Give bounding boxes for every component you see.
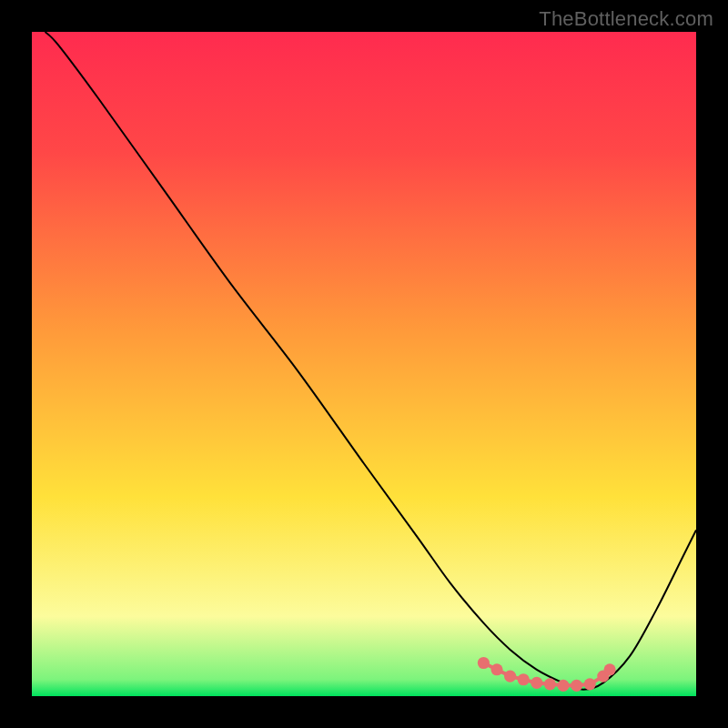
curve-layer <box>32 32 696 696</box>
marker-dot <box>571 680 582 692</box>
marker-dot <box>478 657 490 669</box>
plot-area <box>32 32 696 696</box>
marker-dot <box>604 663 616 675</box>
bottleneck-curve <box>46 32 696 690</box>
marker-dot <box>584 678 596 690</box>
chart-frame: TheBottleneck.com <box>0 0 728 728</box>
marker-dot <box>518 673 530 685</box>
marker-dot <box>557 680 569 692</box>
marker-dot <box>490 663 502 675</box>
marker-dot <box>544 678 556 690</box>
watermark-text: TheBottleneck.com <box>539 7 713 31</box>
marker-dot <box>531 677 542 689</box>
marker-dot <box>504 671 516 682</box>
